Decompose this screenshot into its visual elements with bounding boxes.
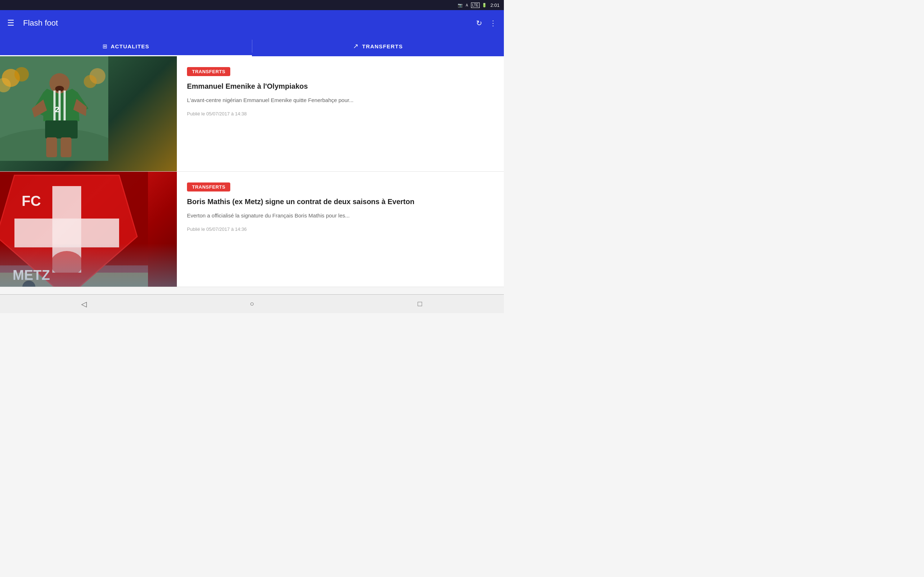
transferts-icon: ↗ [353,42,359,50]
article-title-1: Emmanuel Emenike à l'Olympiakos [187,81,494,91]
article-badge-1: TRANSFERTS [187,67,230,76]
tab-actualites[interactable]: ⊞ ACTUALITES [0,36,252,56]
refresh-icon[interactable]: ↻ [476,19,482,27]
svg-text:FC: FC [22,193,41,209]
app-bar: ☰ Flash foot ↻ ⋮ [0,10,504,36]
stadium-overlay [0,243,177,287]
svg-point-6 [84,75,97,88]
article-image-1: 2 [0,56,177,171]
battery-icon: 🔋 [482,3,487,8]
article-excerpt-2: Everton a officialisé la signature du Fr… [187,212,494,220]
back-icon: ◁ [81,300,87,308]
svg-rect-20 [15,219,119,247]
article-content-2: TRANSFERTS Boris Mathis (ex Metz) signe … [177,172,504,287]
article-image-2: FC METZ [0,172,177,287]
hamburger-icon[interactable]: ☰ [7,18,15,28]
recents-icon: □ [418,300,422,308]
article-date-2: Publié le 05/07/2017 à 14:36 [187,226,494,232]
svg-rect-11 [63,90,66,121]
home-icon: ○ [250,300,254,308]
status-time: 2:01 [491,3,499,8]
app-title: Flash foot [23,18,469,28]
actualites-icon: ⊞ [102,43,107,50]
article-card-1[interactable]: 2 TRANSFERTS Emmanuel Emenike à l'Olympi… [0,56,504,172]
bottom-navigation: ◁ ○ □ [0,294,504,313]
article-badge-2: TRANSFERTS [187,182,230,192]
tab-transferts-label: TRANSFERTS [362,43,403,49]
svg-rect-13 [46,137,57,157]
tab-transferts[interactable]: ↗ TRANSFERTS [252,36,504,56]
article-title-2: Boris Mathis (ex Metz) signe un contrat … [187,197,494,206]
app-icon-1: 📷 [458,3,463,8]
svg-point-3 [15,67,29,82]
svg-rect-14 [61,137,71,157]
home-button[interactable]: ○ [241,297,263,311]
tab-actualites-label: ACTUALITES [111,43,149,49]
more-options-icon[interactable]: ⋮ [489,19,497,27]
back-button[interactable]: ◁ [73,297,95,311]
article-excerpt-1: L'avant-centre nigérian Emmanuel Emenike… [187,96,494,105]
article-card-2[interactable]: FC METZ TRANSFERTS Boris Mathis (ex Metz… [0,172,504,287]
status-bar: 📷 Ａ LTE 🔋 2:01 [0,0,504,10]
tab-bar: ⊞ ACTUALITES ↗ TRANSFERTS [0,36,504,56]
svg-text:2: 2 [55,105,59,114]
content-area: 2 TRANSFERTS Emmanuel Emenike à l'Olympi… [0,56,504,294]
app-icon-2: Ａ [465,3,469,8]
recents-button[interactable]: □ [409,297,431,311]
article-date-1: Publié le 05/07/2017 à 14:38 [187,111,494,116]
svg-rect-12 [45,121,78,139]
article-content-1: TRANSFERTS Emmanuel Emenike à l'Olympiak… [177,56,504,171]
lte-icon: LTE [471,3,480,8]
